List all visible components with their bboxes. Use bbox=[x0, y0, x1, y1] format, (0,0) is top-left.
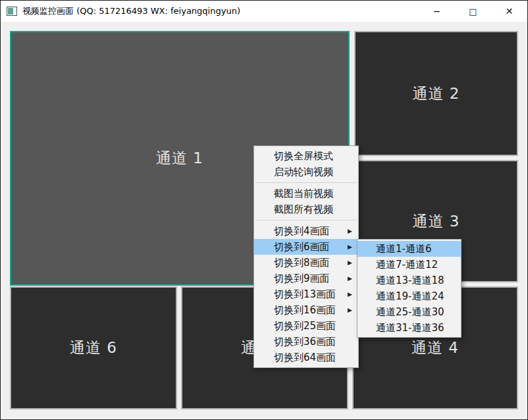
channel-label: 通道 2 bbox=[413, 84, 460, 104]
submenu-arrow-icon: ▶ bbox=[348, 271, 352, 286]
app-window: 视频监控画面 (QQ: 517216493 WX: feiyangqingyun… bbox=[0, 0, 528, 420]
menu-item-switch-13-screens[interactable]: 切换到13画面 ▶ bbox=[254, 286, 358, 302]
menu-item-start-poll-video[interactable]: 启动轮询视频 bbox=[254, 164, 358, 180]
menu-item-label: 切换到6画面 bbox=[274, 241, 330, 253]
menu-separator bbox=[255, 182, 357, 183]
app-icon bbox=[7, 7, 17, 16]
menu-item-switch-fullscreen[interactable]: 切换全屏模式 bbox=[254, 148, 358, 164]
submenu-arrow-icon: ▶ bbox=[348, 239, 352, 255]
window-controls: − □ ✕ bbox=[419, 1, 527, 22]
video-cell-channel-2[interactable]: 通道 2 bbox=[354, 31, 518, 156]
menu-item-switch-16-screens[interactable]: 切换到16画面 ▶ bbox=[254, 302, 358, 318]
channel-label: 通道 4 bbox=[411, 338, 459, 358]
menu-item-switch-36-screens[interactable]: 切换到36画面 bbox=[254, 334, 358, 350]
menu-item-label: 切换到4画面 bbox=[274, 225, 330, 237]
menu-item-switch-64-screens[interactable]: 切换到64画面 bbox=[254, 350, 358, 365]
menu-item-label: 切换到13画面 bbox=[274, 288, 336, 300]
submenu: 通道1-通道6 通道7-通道12 通道13-通道18 通道19-通道24 通道2… bbox=[357, 239, 462, 338]
menu-item-label: 切换到16画面 bbox=[274, 304, 336, 316]
menu-item-label: 切换到9画面 bbox=[274, 273, 330, 284]
menu-item-label: 切换到8画面 bbox=[274, 257, 330, 269]
menu-item-switch-25-screens[interactable]: 切换到25画面 bbox=[254, 318, 358, 334]
menu-item-snapshot-all[interactable]: 截图所有视频 bbox=[254, 201, 358, 217]
channel-label: 通道 3 bbox=[413, 211, 460, 232]
menu-item-switch-8-screens[interactable]: 切换到8画面 ▶ bbox=[254, 255, 358, 271]
menu-item-switch-9-screens[interactable]: 切换到9画面 ▶ bbox=[254, 271, 358, 286]
submenu-item-ch19-24[interactable]: 通道19-通道24 bbox=[357, 288, 461, 304]
maximize-button-icon[interactable]: □ bbox=[455, 1, 491, 22]
channel-label: 通道 1 bbox=[156, 148, 203, 169]
app-icon-fill bbox=[8, 8, 13, 14]
submenu-item-ch31-36[interactable]: 通道31-通道36 bbox=[357, 320, 461, 336]
menu-separator bbox=[255, 220, 357, 221]
menu-item-snapshot-current[interactable]: 截图当前视频 bbox=[254, 186, 358, 201]
context-menu: 切换全屏模式 启动轮询视频 截图当前视频 截图所有视频 切换到4画面 ▶ 切换到… bbox=[253, 145, 359, 368]
submenu-arrow-icon: ▶ bbox=[348, 223, 352, 239]
submenu-arrow-icon: ▶ bbox=[348, 286, 352, 302]
menu-item-switch-4-screens[interactable]: 切换到4画面 ▶ bbox=[254, 223, 358, 239]
submenu-arrow-icon: ▶ bbox=[348, 255, 352, 271]
close-button-icon[interactable]: ✕ bbox=[491, 1, 527, 22]
titlebar: 视频监控画面 (QQ: 517216493 WX: feiyangqingyun… bbox=[1, 1, 527, 22]
submenu-arrow-icon: ▶ bbox=[348, 302, 352, 318]
minimize-button-icon[interactable]: − bbox=[419, 1, 455, 22]
submenu-item-ch13-18[interactable]: 通道13-通道18 bbox=[357, 273, 461, 288]
submenu-item-ch25-30[interactable]: 通道25-通道30 bbox=[357, 304, 461, 320]
submenu-item-ch7-12[interactable]: 通道7-通道12 bbox=[357, 257, 461, 273]
video-cell-channel-6[interactable]: 通道 6 bbox=[10, 286, 177, 409]
submenu-item-ch1-6[interactable]: 通道1-通道6 bbox=[357, 241, 461, 257]
window-title: 视频监控画面 (QQ: 517216493 WX: feiyangqingyun… bbox=[22, 5, 240, 17]
menu-item-switch-6-screens[interactable]: 切换到6画面 ▶ bbox=[254, 239, 358, 255]
channel-label: 通道 6 bbox=[70, 338, 117, 358]
